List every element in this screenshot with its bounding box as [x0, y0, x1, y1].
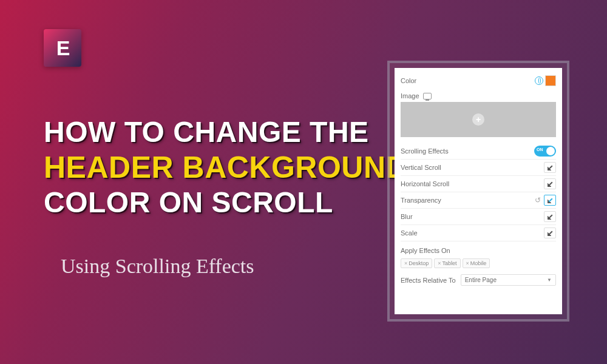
pencil-icon [548, 231, 553, 236]
effect-label: Blur [401, 213, 413, 220]
edit-button[interactable] [544, 211, 556, 222]
color-row: Color [401, 73, 556, 89]
edit-button[interactable] [544, 228, 556, 238]
apply-effects-label: Apply Effects On [401, 247, 450, 254]
effects-relative-select[interactable]: Entire Page ▼ [461, 274, 556, 286]
effect-row-horizontal-scroll: Horizontal Scroll [401, 176, 556, 192]
effect-label: Horizontal Scroll [401, 180, 449, 187]
device-tags: ×Desktop ×Tablet ×Mobile [401, 258, 556, 268]
effect-row-scale: Scale [401, 225, 556, 241]
tag-desktop[interactable]: ×Desktop [401, 258, 432, 268]
effect-label: Vertical Scroll [401, 164, 441, 171]
scrolling-effects-row: Scrolling Effects ON [401, 143, 556, 160]
effects-relative-row: Effects Relative To Entire Page ▼ [401, 272, 556, 288]
scrolling-effects-label: Scrolling Effects [401, 147, 449, 155]
pencil-icon [548, 165, 553, 170]
chevron-down-icon: ▼ [547, 277, 552, 283]
toggle-on-text: ON [537, 147, 543, 152]
elementor-logo: E [44, 29, 81, 67]
color-label: Color [401, 77, 416, 84]
globe-icon[interactable] [535, 76, 543, 85]
plus-icon: + [472, 113, 484, 126]
image-upload-area[interactable]: + [401, 102, 556, 137]
effects-relative-label: Effects Relative To [401, 277, 456, 284]
select-value: Entire Page [465, 277, 497, 283]
logo-letter: E [56, 36, 69, 60]
image-row: Image [401, 89, 556, 102]
edit-button[interactable] [544, 195, 556, 206]
image-label: Image [401, 92, 419, 99]
headline-line-2: Header Background [44, 150, 408, 186]
desktop-icon[interactable] [423, 93, 432, 99]
effect-label: Transparency [401, 197, 441, 204]
pencil-icon [548, 198, 553, 203]
settings-panel: Color Image + Scrolling Effects ON Verti… [395, 68, 562, 314]
effect-row-transparency: Transparency ↺ [401, 192, 556, 209]
subtitle: Using Scrolling Effects [61, 255, 254, 278]
headline: How to Change the Header Background Colo… [44, 115, 408, 220]
undo-icon[interactable]: ↺ [535, 196, 541, 204]
effect-row-blur: Blur [401, 209, 556, 225]
color-swatch[interactable] [545, 75, 556, 86]
tag-mobile[interactable]: ×Mobile [463, 258, 490, 268]
effect-row-vertical-scroll: Vertical Scroll [401, 160, 556, 176]
tag-tablet[interactable]: ×Tablet [434, 258, 460, 268]
effect-label: Scale [401, 229, 418, 237]
apply-effects-label-row: Apply Effects On [401, 241, 556, 257]
panel-frame: Color Image + Scrolling Effects ON Verti… [387, 61, 569, 322]
edit-button[interactable] [544, 162, 556, 173]
pencil-icon [548, 214, 553, 220]
scrolling-effects-toggle[interactable]: ON [534, 146, 556, 157]
pencil-icon [548, 181, 553, 187]
headline-line-1: How to Change the [44, 115, 408, 150]
headline-line-3: Color on Scroll [44, 186, 408, 220]
edit-button[interactable] [544, 178, 556, 189]
